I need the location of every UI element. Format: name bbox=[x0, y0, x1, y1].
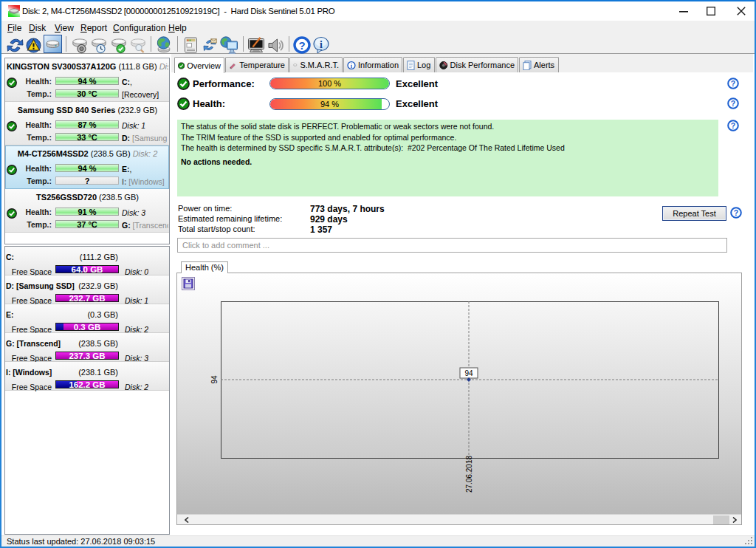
svg-text:94: 94 bbox=[210, 375, 219, 384]
svg-text:27.06.2018: 27.06.2018 bbox=[465, 456, 473, 493]
svg-text:?: ? bbox=[731, 121, 735, 130]
svg-text:?: ? bbox=[734, 208, 738, 217]
svg-text:?: ? bbox=[731, 99, 735, 108]
svg-text:?: ? bbox=[298, 39, 305, 52]
svg-text:?: ? bbox=[731, 79, 735, 88]
svg-text:i: i bbox=[320, 39, 323, 50]
svg-text:94: 94 bbox=[464, 369, 473, 377]
